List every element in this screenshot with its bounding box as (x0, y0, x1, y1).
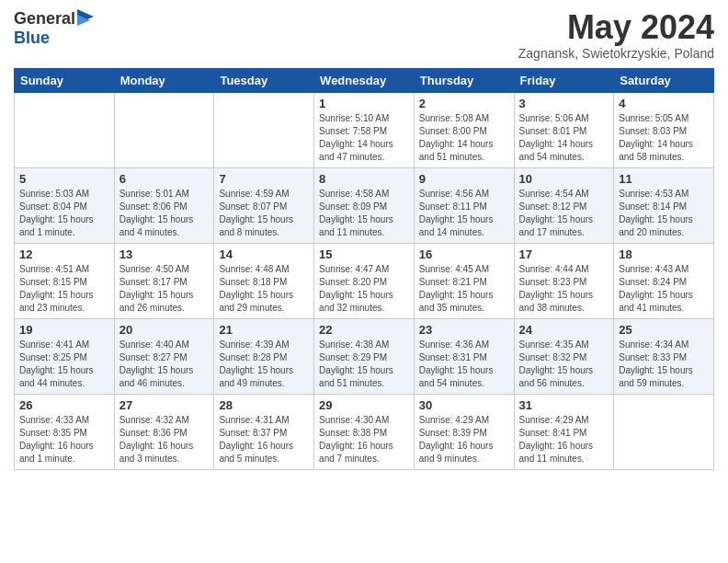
day-info: Sunrise: 4:50 AMSunset: 8:17 PMDaylight:… (119, 263, 210, 315)
day-number: 11 (619, 172, 709, 186)
day-number: 18 (619, 247, 709, 261)
day-info: Sunrise: 4:44 AMSunset: 8:23 PMDaylight:… (519, 263, 609, 315)
day-info: Sunrise: 4:43 AMSunset: 8:24 PMDaylight:… (619, 263, 709, 315)
day-number: 24 (519, 323, 609, 337)
day-number: 3 (519, 97, 609, 110)
day-number: 19 (19, 323, 109, 337)
calendar-cell: 12Sunrise: 4:51 AMSunset: 8:15 PMDayligh… (15, 243, 115, 318)
calendar-week-row: 5Sunrise: 5:03 AMSunset: 8:04 PMDaylight… (15, 167, 714, 243)
day-info: Sunrise: 5:08 AMSunset: 8:00 PMDaylight:… (419, 112, 509, 164)
day-number: 1 (319, 97, 409, 110)
day-info: Sunrise: 5:03 AMSunset: 8:04 PMDaylight:… (19, 188, 109, 239)
page: General Blue May 2024 Zagnansk, Swietokr… (0, 0, 728, 484)
day-info: Sunrise: 4:58 AMSunset: 8:09 PMDaylight:… (319, 188, 409, 239)
calendar-cell: 17Sunrise: 4:44 AMSunset: 8:23 PMDayligh… (514, 243, 614, 318)
day-info: Sunrise: 4:56 AMSunset: 8:11 PMDaylight:… (419, 188, 509, 239)
header-saturday: Saturday (614, 68, 714, 92)
day-info: Sunrise: 5:06 AMSunset: 8:01 PMDaylight:… (519, 112, 609, 164)
calendar-cell: 23Sunrise: 4:36 AMSunset: 8:31 PMDayligh… (414, 318, 514, 394)
calendar-cell: 4Sunrise: 5:05 AMSunset: 8:03 PMDaylight… (614, 92, 714, 167)
day-number: 26 (19, 398, 109, 412)
day-number: 23 (419, 323, 509, 337)
calendar-cell: 18Sunrise: 4:43 AMSunset: 8:24 PMDayligh… (614, 243, 714, 318)
day-info: Sunrise: 5:05 AMSunset: 8:03 PMDaylight:… (619, 112, 709, 164)
day-number: 4 (619, 97, 709, 110)
calendar-cell: 21Sunrise: 4:39 AMSunset: 8:28 PMDayligh… (214, 318, 314, 394)
calendar-cell (15, 92, 115, 167)
title-section: May 2024 Zagnansk, Swietokrzyskie, Polan… (518, 9, 714, 61)
day-info: Sunrise: 5:10 AMSunset: 7:58 PMDaylight:… (319, 112, 409, 164)
day-number: 10 (519, 172, 609, 186)
month-title: May 2024 (518, 9, 714, 46)
calendar-cell: 31Sunrise: 4:29 AMSunset: 8:41 PMDayligh… (514, 394, 614, 469)
calendar-cell: 5Sunrise: 5:03 AMSunset: 8:04 PMDaylight… (15, 167, 115, 243)
calendar-cell: 30Sunrise: 4:29 AMSunset: 8:39 PMDayligh… (414, 394, 514, 469)
calendar-cell: 24Sunrise: 4:35 AMSunset: 8:32 PMDayligh… (514, 318, 614, 394)
day-info: Sunrise: 4:30 AMSunset: 8:38 PMDaylight:… (319, 414, 409, 465)
day-info: Sunrise: 4:51 AMSunset: 8:15 PMDaylight:… (19, 263, 109, 315)
calendar-cell: 8Sunrise: 4:58 AMSunset: 8:09 PMDaylight… (314, 167, 415, 243)
day-number: 25 (619, 323, 709, 337)
day-number: 14 (219, 247, 309, 261)
calendar-cell: 2Sunrise: 5:08 AMSunset: 8:00 PMDaylight… (414, 92, 514, 167)
calendar-cell: 11Sunrise: 4:53 AMSunset: 8:14 PMDayligh… (614, 167, 714, 243)
day-info: Sunrise: 4:36 AMSunset: 8:31 PMDaylight:… (419, 339, 509, 390)
day-number: 22 (319, 323, 409, 337)
calendar-cell: 26Sunrise: 4:33 AMSunset: 8:35 PMDayligh… (15, 394, 115, 469)
calendar-week-row: 19Sunrise: 4:41 AMSunset: 8:25 PMDayligh… (15, 318, 714, 394)
calendar-cell: 25Sunrise: 4:34 AMSunset: 8:33 PMDayligh… (614, 318, 714, 394)
day-number: 27 (119, 398, 210, 412)
calendar-cell: 1Sunrise: 5:10 AMSunset: 7:58 PMDaylight… (314, 92, 415, 167)
day-info: Sunrise: 4:34 AMSunset: 8:33 PMDaylight:… (619, 339, 709, 390)
calendar-week-row: 26Sunrise: 4:33 AMSunset: 8:35 PMDayligh… (15, 394, 714, 469)
day-info: Sunrise: 5:01 AMSunset: 8:06 PMDaylight:… (119, 188, 210, 239)
day-info: Sunrise: 4:41 AMSunset: 8:25 PMDaylight:… (19, 339, 109, 390)
day-info: Sunrise: 4:59 AMSunset: 8:07 PMDaylight:… (219, 188, 309, 239)
header-friday: Friday (514, 68, 614, 92)
day-number: 7 (219, 172, 309, 186)
day-info: Sunrise: 4:54 AMSunset: 8:12 PMDaylight:… (519, 188, 609, 239)
header-tuesday: Tuesday (214, 68, 314, 92)
calendar-cell (114, 92, 214, 167)
calendar-cell: 22Sunrise: 4:38 AMSunset: 8:29 PMDayligh… (314, 318, 415, 394)
calendar-cell: 14Sunrise: 4:48 AMSunset: 8:18 PMDayligh… (214, 243, 314, 318)
calendar-cell: 20Sunrise: 4:40 AMSunset: 8:27 PMDayligh… (114, 318, 214, 394)
day-info: Sunrise: 4:47 AMSunset: 8:20 PMDaylight:… (319, 263, 409, 315)
day-number: 5 (19, 172, 109, 186)
day-info: Sunrise: 4:33 AMSunset: 8:35 PMDaylight:… (19, 414, 109, 465)
day-number: 12 (19, 247, 109, 261)
day-number: 21 (219, 323, 309, 337)
calendar: Sunday Monday Tuesday Wednesday Thursday… (14, 68, 714, 470)
day-number: 31 (519, 398, 609, 412)
day-number: 28 (219, 398, 309, 412)
day-number: 17 (519, 247, 609, 261)
day-info: Sunrise: 4:40 AMSunset: 8:27 PMDaylight:… (119, 339, 210, 390)
day-number: 20 (119, 323, 210, 337)
calendar-cell: 29Sunrise: 4:30 AMSunset: 8:38 PMDayligh… (314, 394, 415, 469)
header-monday: Monday (114, 68, 214, 92)
weekday-header-row: Sunday Monday Tuesday Wednesday Thursday… (15, 68, 714, 92)
logo-blue: Blue (14, 29, 94, 48)
logo-text: General Blue (14, 9, 94, 48)
calendar-cell: 27Sunrise: 4:32 AMSunset: 8:36 PMDayligh… (114, 394, 214, 469)
calendar-cell: 6Sunrise: 5:01 AMSunset: 8:06 PMDaylight… (114, 167, 214, 243)
day-number: 30 (419, 398, 509, 412)
day-info: Sunrise: 4:29 AMSunset: 8:41 PMDaylight:… (519, 414, 609, 465)
day-info: Sunrise: 4:35 AMSunset: 8:32 PMDaylight:… (519, 339, 609, 390)
day-info: Sunrise: 4:39 AMSunset: 8:28 PMDaylight:… (219, 339, 309, 390)
header-wednesday: Wednesday (314, 68, 415, 92)
day-info: Sunrise: 4:29 AMSunset: 8:39 PMDaylight:… (419, 414, 509, 465)
calendar-cell: 19Sunrise: 4:41 AMSunset: 8:25 PMDayligh… (15, 318, 115, 394)
calendar-week-row: 1Sunrise: 5:10 AMSunset: 7:58 PMDaylight… (15, 92, 714, 167)
day-info: Sunrise: 4:32 AMSunset: 8:36 PMDaylight:… (119, 414, 210, 465)
day-info: Sunrise: 4:31 AMSunset: 8:37 PMDaylight:… (219, 414, 309, 465)
day-number: 15 (319, 247, 409, 261)
day-number: 9 (419, 172, 509, 186)
calendar-cell: 15Sunrise: 4:47 AMSunset: 8:20 PMDayligh… (314, 243, 415, 318)
calendar-cell: 13Sunrise: 4:50 AMSunset: 8:17 PMDayligh… (114, 243, 214, 318)
calendar-cell: 16Sunrise: 4:45 AMSunset: 8:21 PMDayligh… (414, 243, 514, 318)
calendar-cell (614, 394, 714, 469)
logo-icon (77, 9, 94, 29)
day-number: 8 (319, 172, 409, 186)
day-number: 2 (419, 97, 509, 110)
